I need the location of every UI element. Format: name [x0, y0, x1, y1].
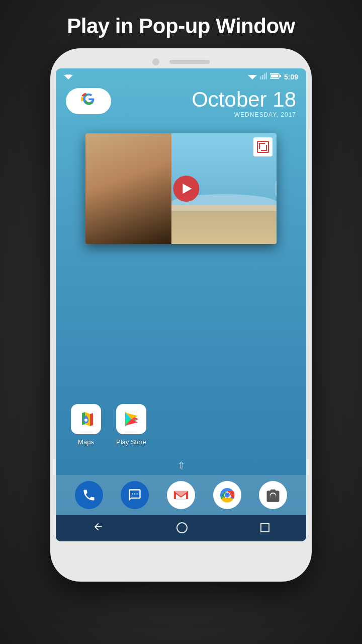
- svg-rect-4: [262, 75, 263, 79]
- date-display: October 18 WEDNESDAY, 2017: [192, 88, 296, 118]
- playstore-label: Play Store: [116, 438, 146, 446]
- date-sub: WEDNESDAY, 2017: [192, 111, 296, 118]
- up-arrow-icon: ⇧: [177, 460, 185, 471]
- play-button[interactable]: [173, 176, 199, 202]
- google-g-letter: [79, 90, 98, 112]
- date-main: October 18: [192, 88, 296, 111]
- nav-back-button[interactable]: [93, 521, 104, 534]
- svg-rect-16: [132, 494, 133, 495]
- app-dock: [56, 475, 306, 515]
- svg-rect-8: [271, 74, 278, 77]
- svg-marker-2: [248, 75, 257, 79]
- popup-video-window[interactable]: [85, 133, 277, 244]
- drag-handle[interactable]: [276, 179, 277, 199]
- battery-icon: [270, 73, 281, 80]
- wifi-left-icon: [64, 72, 73, 81]
- dock-messages[interactable]: [121, 481, 149, 509]
- phone-camera: [152, 58, 159, 65]
- svg-rect-9: [280, 75, 281, 77]
- dock-chrome[interactable]: [213, 481, 241, 509]
- phone-frame: 5:09 October 18 WEDNESDAY, 2017: [50, 48, 312, 582]
- signal-icon: [260, 72, 267, 81]
- expand-icon: [257, 141, 269, 153]
- google-widget[interactable]: [66, 88, 111, 114]
- time-display: 5:09: [284, 73, 298, 81]
- drawer-handle[interactable]: ⇧: [56, 456, 306, 475]
- page-title: Play in Pop-up Window: [47, 0, 315, 48]
- phone-screen: 5:09 October 18 WEDNESDAY, 2017: [56, 68, 306, 541]
- dock-camera[interactable]: [259, 481, 287, 509]
- spacer: [56, 254, 306, 394]
- date-area: October 18 WEDNESDAY, 2017: [56, 83, 306, 123]
- svg-rect-3: [260, 76, 261, 79]
- app-item-playstore[interactable]: Play Store: [116, 404, 146, 446]
- svg-point-23: [225, 493, 230, 498]
- play-triangle-icon: [183, 184, 192, 194]
- svg-point-14: [84, 419, 87, 422]
- playstore-icon: [116, 404, 146, 434]
- svg-rect-17: [134, 494, 135, 495]
- svg-marker-13: [90, 413, 93, 426]
- svg-rect-18: [137, 494, 138, 495]
- dock-phone[interactable]: [75, 481, 103, 509]
- expand-button[interactable]: [253, 137, 273, 156]
- phone-top-area: [152, 58, 210, 65]
- app-grid: Maps: [56, 394, 306, 456]
- dock-gmail[interactable]: [167, 481, 195, 509]
- phone-speaker: [169, 60, 210, 64]
- status-left: [64, 72, 73, 81]
- status-right: 5:09: [248, 72, 298, 81]
- svg-rect-6: [266, 72, 267, 79]
- nav-recents-button[interactable]: [260, 523, 269, 532]
- nav-home-button[interactable]: [176, 522, 188, 533]
- maps-icon: [71, 404, 101, 434]
- wifi-right-icon: [248, 72, 257, 81]
- nav-bar: [56, 515, 306, 541]
- app-item-maps[interactable]: Maps: [71, 404, 101, 446]
- status-bar: 5:09: [56, 68, 306, 83]
- svg-rect-5: [264, 73, 265, 79]
- maps-label: Maps: [78, 438, 94, 446]
